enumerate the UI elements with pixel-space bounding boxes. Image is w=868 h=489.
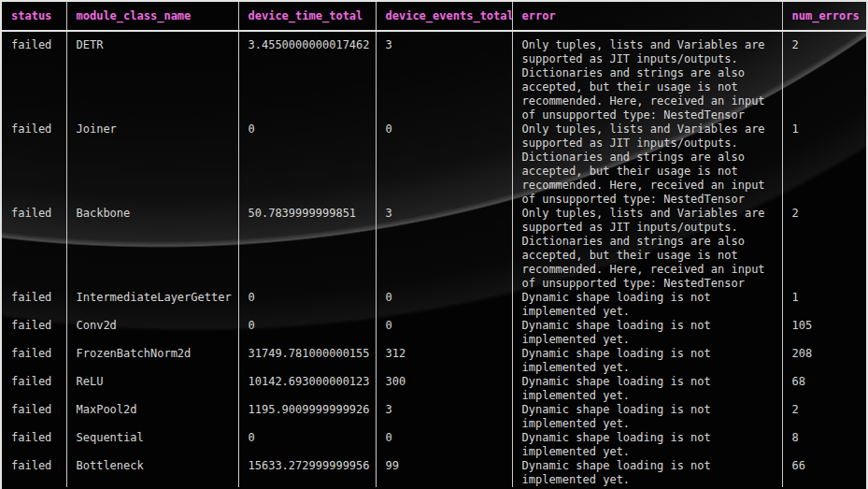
cell-module-class-name: ReLU xyxy=(66,375,238,403)
cell-device-events-total: 99 xyxy=(376,459,512,487)
cell-error: Only tuples, lists and Variables are sup… xyxy=(512,207,782,291)
module-class-name-text: ReLU xyxy=(77,375,104,388)
profiling-results-table: status module_class_name device_time_tot… xyxy=(2,2,866,487)
error-message-text: Dynamic shape loading is not implemented… xyxy=(522,431,771,459)
module-class-name-text: Conv2d xyxy=(77,319,117,332)
table-row: failed Bottleneck 15633.272999999956 99 … xyxy=(2,459,866,487)
table-row: failed Sequential 0 0 Dynamic shape load… xyxy=(2,431,866,459)
cell-error: Only tuples, lists and Variables are sup… xyxy=(512,122,782,207)
cell-error: Dynamic shape loading is not implemented… xyxy=(512,375,782,403)
terminal-screen: status module_class_name device_time_tot… xyxy=(0,0,868,489)
num-errors-text: 2 xyxy=(792,207,799,220)
device-events-total-text: 0 xyxy=(386,122,392,136)
cell-num-errors: 1 xyxy=(782,291,866,319)
device-time-total-text: 0 xyxy=(249,431,255,444)
cell-num-errors: 68 xyxy=(782,375,866,403)
cell-device-time-total: 3.4550000000017462 xyxy=(238,31,376,122)
device-time-total-text: 0 xyxy=(249,291,255,304)
cell-module-class-name: Sequential xyxy=(66,431,238,459)
status-text: failed xyxy=(11,291,51,304)
device-time-total-text: 15633.272999999956 xyxy=(249,459,370,472)
table-header: status module_class_name device_time_tot… xyxy=(2,2,866,31)
status-text: failed xyxy=(11,122,51,136)
error-message-text: Only tuples, lists and Variables are sup… xyxy=(522,38,771,122)
cell-status: failed xyxy=(2,347,66,375)
module-class-name-text: Bottleneck xyxy=(77,459,144,472)
cell-device-time-total: 15633.272999999956 xyxy=(238,459,376,487)
cell-device-events-total: 0 xyxy=(376,319,512,347)
error-message-text: Dynamic shape loading is not implemented… xyxy=(522,291,771,319)
device-time-total-text: 0 xyxy=(249,319,255,332)
cell-error: Dynamic shape loading is not implemented… xyxy=(512,319,782,347)
table-row: failed Backbone 50.7839999999851 3 Only … xyxy=(2,207,866,291)
module-class-name-text: MaxPool2d xyxy=(77,403,137,416)
error-message-text: Dynamic shape loading is not implemented… xyxy=(522,347,771,375)
status-text: failed xyxy=(11,319,51,332)
device-events-total-text: 3 xyxy=(386,38,392,51)
status-text: failed xyxy=(11,38,51,51)
table-body: failed DETR 3.4550000000017462 3 Only tu… xyxy=(2,31,866,487)
cell-device-time-total: 0 xyxy=(238,122,376,207)
column-header-device-events-total: device_events_total xyxy=(376,2,512,31)
device-events-total-text: 3 xyxy=(386,403,392,416)
device-events-total-text: 300 xyxy=(386,375,406,388)
cell-device-time-total: 1195.9009999999926 xyxy=(238,403,376,431)
cell-device-time-total: 10142.693000000123 xyxy=(238,375,376,403)
column-header-num-errors: num_errors xyxy=(782,2,866,31)
cell-device-events-total: 312 xyxy=(376,347,512,375)
device-events-total-text: 312 xyxy=(386,347,406,360)
cell-device-events-total: 0 xyxy=(376,291,512,319)
table-row: failed MaxPool2d 1195.9009999999926 3 Dy… xyxy=(2,403,866,431)
table-row: failed IntermediateLayerGetter 0 0 Dynam… xyxy=(2,291,866,319)
cell-module-class-name: DETR xyxy=(66,31,238,122)
device-events-total-text: 3 xyxy=(386,207,392,220)
cell-device-time-total: 31749.781000000155 xyxy=(238,347,376,375)
cell-device-events-total: 3 xyxy=(376,403,512,431)
cell-error: Only tuples, lists and Variables are sup… xyxy=(512,31,782,122)
status-text: failed xyxy=(11,403,51,416)
cell-status: failed xyxy=(2,122,66,207)
num-errors-text: 105 xyxy=(792,319,813,332)
device-time-total-text: 3.4550000000017462 xyxy=(249,38,370,51)
device-events-total-text: 0 xyxy=(386,431,392,444)
device-time-total-text: 50.7839999999851 xyxy=(249,207,357,220)
header-row: status module_class_name device_time_tot… xyxy=(2,2,866,31)
status-text: failed xyxy=(11,459,51,472)
num-errors-text: 66 xyxy=(792,459,805,472)
cell-num-errors: 66 xyxy=(782,459,866,487)
cell-device-events-total: 0 xyxy=(376,431,512,459)
status-text: failed xyxy=(11,431,51,444)
table-row: failed ReLU 10142.693000000123 300 Dynam… xyxy=(2,375,866,403)
status-text: failed xyxy=(11,375,51,388)
column-header-device-time-total: device_time_total xyxy=(238,2,376,31)
cell-error: Dynamic shape loading is not implemented… xyxy=(512,291,782,319)
cell-device-time-total: 50.7839999999851 xyxy=(238,207,376,291)
cell-device-events-total: 3 xyxy=(376,31,512,122)
column-header-module-class-name: module_class_name xyxy=(66,2,238,31)
num-errors-text: 1 xyxy=(792,291,799,304)
column-header-status: status xyxy=(2,2,66,31)
cell-error: Dynamic shape loading is not implemented… xyxy=(512,459,782,487)
module-class-name-text: Sequential xyxy=(77,431,144,444)
error-message-text: Dynamic shape loading is not implemented… xyxy=(522,403,771,431)
cell-num-errors: 208 xyxy=(782,347,866,375)
column-header-error: error xyxy=(512,2,782,31)
status-text: failed xyxy=(11,347,51,360)
num-errors-text: 8 xyxy=(792,431,799,444)
num-errors-text: 2 xyxy=(792,38,799,51)
cell-device-events-total: 3 xyxy=(376,207,512,291)
table-row: failed Joiner 0 0 Only tuples, lists and… xyxy=(2,122,866,207)
cell-status: failed xyxy=(2,431,66,459)
cell-status: failed xyxy=(2,207,66,291)
error-message-text: Dynamic shape loading is not implemented… xyxy=(522,319,771,347)
cell-module-class-name: IntermediateLayerGetter xyxy=(66,291,238,319)
cell-device-time-total: 0 xyxy=(238,319,376,347)
device-events-total-text: 0 xyxy=(386,291,392,304)
cell-device-time-total: 0 xyxy=(238,431,376,459)
error-message-text: Only tuples, lists and Variables are sup… xyxy=(522,207,771,291)
module-class-name-text: IntermediateLayerGetter xyxy=(77,291,232,304)
cell-module-class-name: Bottleneck xyxy=(66,459,238,487)
device-time-total-text: 1195.9009999999926 xyxy=(249,403,370,416)
cell-status: failed xyxy=(2,291,66,319)
cell-device-time-total: 0 xyxy=(238,291,376,319)
